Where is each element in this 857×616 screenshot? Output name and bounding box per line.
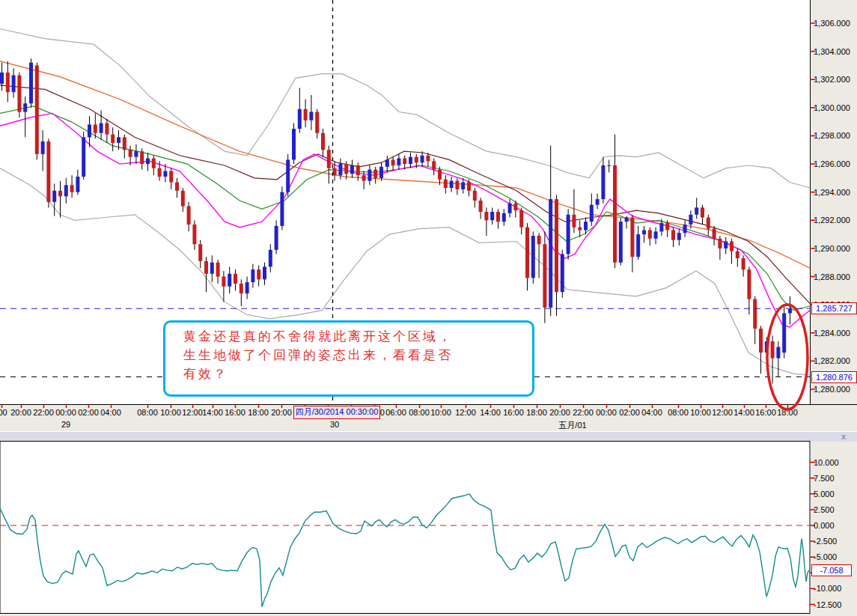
candle-up xyxy=(607,165,611,166)
candle-down xyxy=(111,135,115,143)
candle-up xyxy=(23,103,27,112)
trading-app-window: 1,306.0001,304.0001,302.0001,300.0001,29… xyxy=(0,0,857,616)
candle-down xyxy=(240,284,243,293)
candle-down xyxy=(513,204,517,210)
candle-up xyxy=(12,76,16,93)
candle-up xyxy=(280,192,284,226)
candle-up xyxy=(683,225,687,233)
candle-up xyxy=(146,159,150,165)
oscillator-value-marker: -7.058 xyxy=(811,564,852,576)
ma-green-line xyxy=(0,106,810,311)
candle-up xyxy=(350,165,354,174)
candle-down xyxy=(759,329,763,353)
candle-down xyxy=(403,159,406,165)
candle-up xyxy=(379,167,383,178)
candle-down xyxy=(344,164,348,174)
candle-up xyxy=(286,159,290,192)
candle-down xyxy=(525,228,529,278)
candle-up xyxy=(421,156,424,162)
candle-down xyxy=(665,223,669,230)
candle-down xyxy=(35,65,39,153)
chart-canvas[interactable] xyxy=(0,0,857,616)
candle-up xyxy=(0,73,4,84)
candle-up xyxy=(659,223,663,231)
candle-down xyxy=(204,261,208,274)
candle-down xyxy=(479,201,483,212)
candle-up xyxy=(228,274,231,287)
candle-up xyxy=(52,191,56,202)
candle-down xyxy=(742,258,745,269)
candle-up xyxy=(596,199,600,205)
candle-down xyxy=(671,230,675,240)
candle-up xyxy=(263,266,266,279)
candle-down xyxy=(543,244,546,308)
candle-down xyxy=(736,251,739,258)
candle-up xyxy=(782,313,786,353)
candle-up xyxy=(695,207,698,214)
candle-up xyxy=(275,226,278,250)
candle-down xyxy=(304,109,308,121)
candle-down xyxy=(426,156,430,162)
candle-down xyxy=(572,215,576,228)
candle-down xyxy=(613,165,617,263)
candle-up xyxy=(269,250,272,267)
candle-up xyxy=(601,165,605,199)
candle-down xyxy=(438,170,442,180)
candle-down xyxy=(373,170,377,178)
oscillator-panel-frame xyxy=(0,442,810,614)
candle-down xyxy=(140,151,144,164)
candle-up xyxy=(561,254,564,292)
candle-up xyxy=(251,269,254,282)
candle-down xyxy=(175,183,179,191)
candle-down xyxy=(94,124,97,132)
candle-up xyxy=(409,157,412,164)
candle-down xyxy=(362,175,366,181)
candle-up xyxy=(100,123,103,133)
candle-up xyxy=(654,231,658,238)
candle-down xyxy=(216,263,220,277)
annotation-text-box[interactable]: 黄金还是真的不舍得就此离开这个区域， 生生地做了个回弹的姿态出来，看看是否 有效… xyxy=(163,320,534,397)
candle-up xyxy=(677,233,681,240)
candle-down xyxy=(753,299,757,329)
candle-up xyxy=(502,213,506,222)
candle-up xyxy=(549,199,552,308)
candle-down xyxy=(630,218,634,257)
candle-up xyxy=(88,124,91,137)
candle-down xyxy=(555,199,558,292)
candle-up xyxy=(292,129,296,159)
candle-down xyxy=(58,191,62,197)
candle-up xyxy=(385,159,389,166)
candle-up xyxy=(689,215,692,225)
candle-up xyxy=(619,222,623,263)
candle-down xyxy=(333,168,337,175)
candle-down xyxy=(257,269,260,279)
candle-up xyxy=(210,263,214,274)
candle-up xyxy=(776,347,780,359)
candle-up xyxy=(584,222,588,230)
candle-up xyxy=(788,309,792,314)
candle-down xyxy=(158,168,162,177)
candle-down xyxy=(467,183,471,191)
candle-down xyxy=(707,218,710,229)
price-marker-low: 1,280.876 xyxy=(811,371,857,383)
candle-up xyxy=(163,171,167,177)
candle-up xyxy=(642,230,646,234)
candle-down xyxy=(327,150,331,168)
candle-up xyxy=(531,236,535,278)
candle-up xyxy=(367,170,371,181)
candle-down xyxy=(129,150,132,156)
candle-down xyxy=(718,239,722,248)
candle-up xyxy=(117,137,121,143)
price-marker-high: 1,285.727 xyxy=(811,302,857,314)
candle-down xyxy=(315,112,319,132)
candle-down xyxy=(537,236,541,244)
candle-down xyxy=(747,269,751,299)
candle-down xyxy=(701,207,704,217)
candle-up xyxy=(309,112,313,120)
candle-down xyxy=(713,229,716,239)
candle-down xyxy=(17,76,21,112)
candle-down xyxy=(192,225,196,244)
candle-up xyxy=(590,205,594,222)
candle-down xyxy=(356,165,360,175)
candle-up xyxy=(64,185,68,196)
